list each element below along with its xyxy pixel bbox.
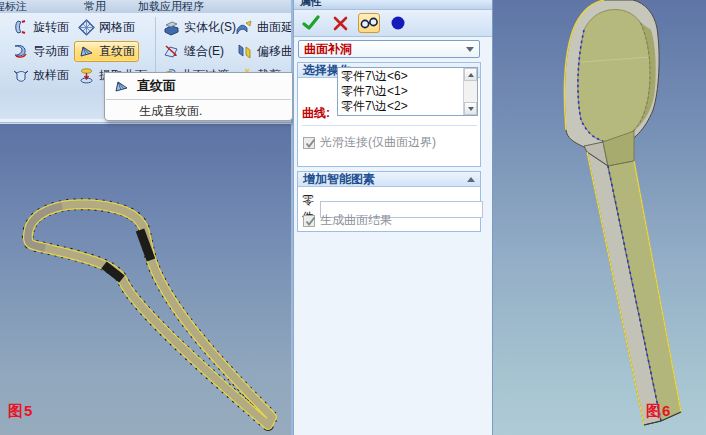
surface-extend-button[interactable]: 曲面延 (232, 17, 293, 38)
button-label: 旋转面 (33, 19, 69, 36)
viewport-left[interactable]: 图5 (0, 124, 291, 435)
tooltip-title: 直纹面 (137, 77, 176, 95)
properties-panel: 属性 (293, 0, 493, 435)
panel-title-bar: 属性 (294, 0, 492, 10)
sweep-surface-icon (12, 43, 29, 60)
loft-surface-button[interactable]: 放样面 (8, 65, 73, 86)
checkbox-checked-disabled[interactable] (303, 137, 315, 149)
checkbox-label: 生成曲面结果 (320, 212, 392, 229)
curve-label: 曲线: (302, 105, 330, 122)
sew-button[interactable]: 缝合(E) (159, 41, 228, 62)
x-icon (333, 16, 348, 31)
offset-surface-icon (236, 43, 253, 60)
list-item[interactable]: 零件7\边<2> (341, 99, 463, 114)
mesh-surface-icon (78, 19, 95, 36)
section-header[interactable]: 增加智能图素 (298, 172, 480, 187)
scroll-down-button[interactable] (464, 102, 477, 115)
checkbox-checked-disabled[interactable] (303, 215, 315, 227)
tab-common[interactable]: 常用 (84, 0, 106, 13)
triangle-up-icon (468, 73, 474, 77)
scroll-up-button[interactable] (464, 68, 477, 81)
spoon-solid-model (493, 0, 706, 435)
ribbon-tab-bar: 程标注 常用 加载应用程序 (0, 0, 291, 13)
panel-toolbar (294, 10, 492, 37)
offset-surface-button[interactable]: 偏移曲 (232, 41, 293, 62)
solidify-button[interactable]: 实体化(S) (159, 17, 240, 38)
apply-button[interactable] (387, 13, 409, 33)
list-item[interactable]: 零件7\边<1> (341, 84, 463, 99)
panel-title: 属性 (300, 0, 492, 9)
button-label: 缝合(E) (184, 43, 224, 60)
mesh-surface-button[interactable]: 网格面 (74, 17, 139, 38)
figure-caption-right: 图6 (646, 402, 671, 421)
chevron-down-icon (466, 47, 474, 52)
button-label: 曲面延 (257, 19, 293, 36)
cancel-button[interactable] (329, 13, 351, 33)
ruled-surface-icon (113, 78, 130, 95)
ok-button[interactable] (300, 13, 322, 33)
loft-surface-icon (12, 67, 29, 84)
ruled-surface-button[interactable]: 直纹面 (74, 41, 139, 62)
surface-extend-icon (236, 19, 253, 36)
left-cad-window: 程标注 常用 加载应用程序 旋转面 网格面 (0, 0, 293, 435)
button-label: 导动面 (33, 43, 69, 60)
button-label: 直纹面 (99, 43, 135, 60)
button-label: 实体化(S) (184, 19, 236, 36)
tooltip-description: 生成直纹面. (105, 100, 292, 120)
triangle-down-icon (468, 107, 474, 111)
curve-listbox[interactable]: 零件7\边<6> 零件7\边<1> 零件7\边<2> (337, 67, 478, 116)
button-label: 偏移曲 (257, 43, 293, 60)
extract-surface-icon (78, 67, 95, 84)
rotate-surface-icon (12, 19, 29, 36)
figure-caption-left: 图5 (8, 402, 33, 421)
mode-dropdown-value: 曲面补洞 (299, 41, 466, 58)
ruled-surface-tooltip: 直纹面 生成直纹面. (104, 72, 293, 121)
tab-engineering-annotation[interactable]: 程标注 (0, 0, 27, 13)
button-label: 放样面 (33, 67, 69, 84)
spoon-outline-wireframe (0, 124, 291, 435)
smooth-connect-checkbox-row: 光滑连接(仅曲面边界) (303, 134, 436, 151)
circle-icon (390, 15, 406, 31)
list-item[interactable]: 零件7\边<6> (341, 69, 463, 84)
generate-result-checkbox-row: 生成曲面结果 (303, 212, 392, 229)
section-select-operation: 选择操作 曲线: 零件7\边<6> 零件7\边<1> 零件7\边<2> (297, 62, 481, 167)
button-label: 网格面 (99, 19, 135, 36)
viewport-right[interactable]: 图6 (493, 0, 706, 435)
divider (302, 125, 477, 126)
rotate-surface-button[interactable]: 旋转面 (8, 17, 73, 38)
checkbox-label: 光滑连接(仅曲面边界) (320, 134, 436, 151)
solidify-icon (163, 19, 180, 36)
application-window: 程标注 常用 加载应用程序 旋转面 网格面 (0, 0, 706, 435)
section-title: 增加智能图素 (298, 171, 467, 188)
mode-dropdown[interactable]: 曲面补洞 (298, 40, 480, 58)
sew-icon (163, 43, 180, 60)
preview-button[interactable] (358, 13, 380, 33)
tab-load-application[interactable]: 加载应用程序 (138, 0, 204, 13)
sweep-surface-button[interactable]: 导动面 (8, 41, 73, 62)
panel-empty-area (294, 232, 492, 435)
listbox-scrollbar[interactable] (463, 68, 477, 115)
ruled-surface-icon (78, 43, 95, 60)
section-add-intellishape: 增加智能图素 零件 生成曲面结果 (297, 171, 481, 232)
collapse-icon (467, 177, 475, 182)
check-icon (302, 15, 320, 31)
glasses-icon (360, 16, 379, 30)
